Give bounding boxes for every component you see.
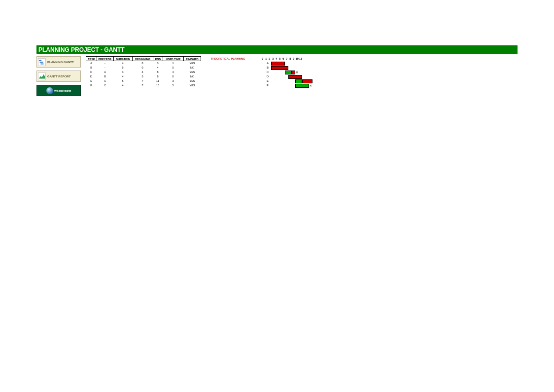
gantt-row: A [264, 61, 312, 66]
gantt-report-label: GANTT REPORT [47, 75, 70, 78]
tick-6: 6 [281, 56, 285, 61]
cell: 10 [153, 83, 163, 88]
tick-11: 11 [299, 56, 302, 61]
cell: 0 [163, 74, 183, 79]
data-row: CA3484YESC✕ [86, 70, 312, 74]
cell: C [97, 83, 113, 88]
cell: 5 [132, 74, 153, 79]
cell: 5 [163, 66, 183, 70]
cell: YES [183, 79, 201, 83]
cell: 8 [153, 74, 163, 79]
cell: B [86, 66, 97, 70]
tick-4: 4 [275, 56, 278, 61]
gantt-bar [302, 79, 312, 83]
gantt-bar [271, 62, 285, 66]
cell: 4 [113, 74, 132, 79]
report-icon [38, 72, 46, 80]
gantt-bar [292, 71, 295, 74]
gantt-icon [38, 58, 46, 66]
cell: C [86, 70, 97, 74]
table-row: DB4580NO [86, 74, 201, 79]
col-duration: DURATION [113, 56, 132, 61]
gantt-task-label: A [264, 61, 271, 66]
gantt-row: F✕ [264, 83, 312, 88]
cell: A [86, 61, 97, 66]
gantt-task-label: F [264, 83, 271, 88]
data-row: EC57113YESE [86, 79, 312, 83]
cell: - [97, 66, 113, 70]
cell: 4 [163, 70, 183, 74]
cell: 8 [153, 70, 163, 74]
gantt-row: E [264, 79, 312, 83]
planning-gantt-label: PLANNING GANTT [47, 61, 74, 64]
cell: 5 [113, 79, 132, 83]
gantt-bar-area: ✕ [271, 84, 312, 88]
globe-icon [46, 87, 53, 94]
tick-2: 2 [268, 56, 271, 61]
gantt-marker-icon: ✕ [295, 71, 299, 74]
cell: 4 [132, 70, 153, 74]
col-end: END [153, 56, 163, 61]
gantt-task-label: D [264, 74, 271, 79]
cell: B [97, 74, 113, 79]
cell: 7 [132, 79, 153, 83]
page-title: PLANNING PROJECT - GANTT [36, 45, 518, 54]
cell: YES [183, 61, 201, 66]
gantt-row: B [264, 66, 312, 70]
gantt-bar [295, 79, 302, 83]
cell: 5 [163, 83, 183, 88]
gantt-bar-area [271, 79, 312, 83]
cell: 0 [132, 61, 153, 66]
task-table-header: TASK PRECEDE. DURATION BEGINNING END USE… [86, 56, 201, 61]
col-precede: PRECEDE. [97, 56, 113, 61]
data-row: A-4031YESA [86, 61, 312, 66]
cell: F [86, 83, 97, 88]
gantt-header: 0 1 2 3 4 5 6 7 8 9 10 11 [254, 56, 302, 61]
tick-5: 5 [278, 56, 281, 61]
cell: D [86, 74, 97, 79]
cell: 1 [163, 61, 183, 66]
tick-0: 0 [261, 56, 264, 61]
table-row: EC57113YES [86, 79, 201, 83]
gantt-bar-area: ✕ [271, 71, 312, 74]
brand-label: Win and Keunot [54, 89, 71, 92]
gantt-task-label: E [264, 79, 271, 83]
tick-7: 7 [285, 56, 288, 61]
brand-badge: Win and Keunot [36, 85, 81, 96]
cell: NO [183, 66, 201, 70]
cell: 7 [132, 83, 153, 88]
tick-9: 9 [292, 56, 295, 61]
col-beginning: BEGINNING [132, 56, 153, 61]
cell: YES [183, 70, 201, 74]
cell: 4 [113, 61, 132, 66]
gantt-report-button[interactable]: GANTT REPORT [36, 71, 81, 82]
table-row: CA3484YES [86, 70, 201, 74]
gantt-bar [295, 84, 309, 88]
gantt-row: C✕ [264, 70, 312, 74]
planning-gantt-button[interactable]: PLANNING GANTT [36, 56, 81, 68]
gantt-bar [288, 75, 302, 79]
tick-10: 10 [295, 56, 299, 61]
gantt-bar-area [271, 75, 312, 79]
tick-1: 1 [264, 56, 268, 61]
gantt-marker-icon: ✕ [309, 84, 312, 88]
cell: 3 [153, 61, 163, 66]
cell: 3 [113, 70, 132, 74]
gantt-task-label: C [264, 70, 271, 74]
tick-8: 8 [288, 56, 292, 61]
col-task: TASK [86, 56, 97, 61]
data-row: B-5045NOB [86, 66, 312, 70]
gantt-row: D [264, 74, 312, 79]
cell: 11 [153, 79, 163, 83]
gantt-bar-area [271, 62, 312, 66]
table-row: B-5045NO [86, 66, 201, 70]
cell: 3 [163, 79, 183, 83]
cell: 5 [113, 66, 132, 70]
data-row: FC47105YESF✕ [86, 83, 312, 88]
cell: 4 [153, 66, 163, 70]
gantt-bar-area [271, 66, 312, 70]
gantt-bar [285, 71, 292, 74]
cell: - [97, 61, 113, 66]
sidebar: PLANNING GANTT GANTT REPORT Win and Keun… [36, 56, 81, 96]
table-row: A-4031YES [86, 61, 201, 66]
